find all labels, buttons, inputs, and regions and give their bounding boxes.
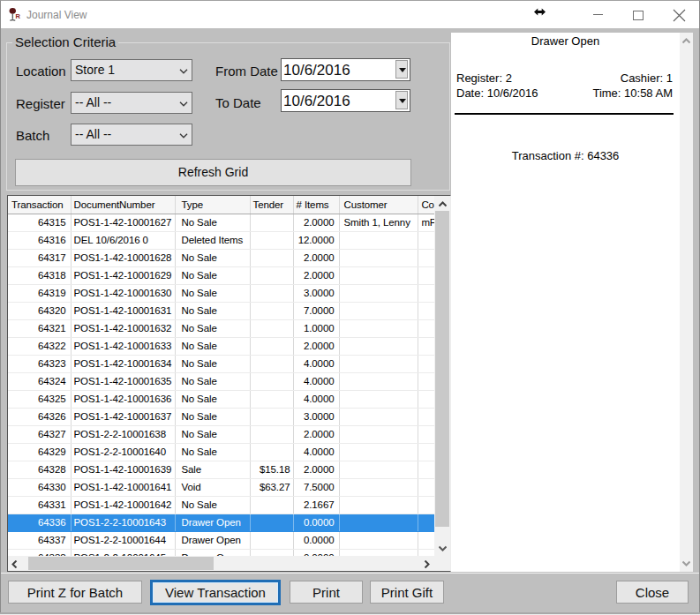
svg-text:R: R xyxy=(16,12,21,20)
